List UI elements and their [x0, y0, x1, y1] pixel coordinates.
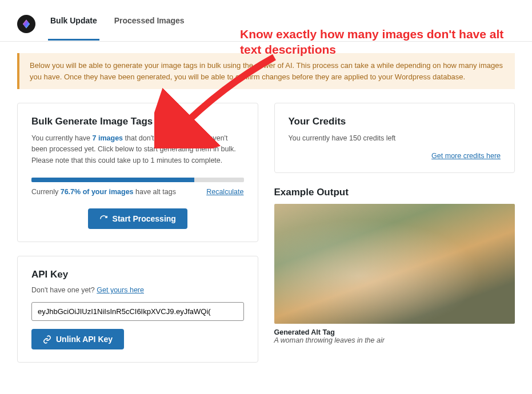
page-content: Below you will be able to generate your …	[0, 42, 532, 363]
api-key-card: API Key Don't have one yet? Get yours he…	[17, 256, 258, 363]
logo-icon	[21, 19, 31, 29]
app-logo	[17, 15, 35, 33]
progress-bar	[31, 178, 244, 182]
example-output-section: Example Output Generated Alt Tag A woman…	[274, 187, 515, 344]
bulk-image-count: 7 images	[93, 134, 123, 142]
tab-bulk-update[interactable]: Bulk Update	[48, 16, 99, 41]
refresh-icon	[99, 215, 108, 223]
progress-post: have alt tags	[134, 188, 176, 196]
annotation-text: Know exactly how many images don't have …	[240, 26, 514, 58]
bulk-desc-pre: You currently have	[31, 134, 93, 142]
api-key-sub-pre: Don't have one yet?	[31, 286, 97, 294]
get-yours-link[interactable]: Get yours here	[97, 286, 144, 294]
bulk-title: Bulk Generate Image Tags	[31, 116, 244, 127]
unlink-api-key-label: Unlink API Key	[56, 335, 113, 344]
unlink-api-key-button[interactable]: Unlink API Key	[31, 329, 124, 349]
tab-bar: Bulk Update Processed Images	[48, 16, 187, 41]
credits-card: Your Credits You currently have 150 cred…	[274, 103, 515, 173]
get-more-credits-link[interactable]: Get more credits here	[431, 152, 501, 160]
progress-pct: 76.7% of your images	[61, 188, 134, 196]
progress-fill	[31, 178, 194, 182]
api-key-subtext: Don't have one yet? Get yours here	[31, 286, 244, 294]
credits-title: Your Credits	[289, 116, 501, 127]
progress-pre: Currenly	[31, 188, 61, 196]
tab-processed-images[interactable]: Processed Images	[112, 16, 187, 41]
bulk-generate-card: Bulk Generate Image Tags You currently h…	[17, 103, 258, 242]
api-key-title: API Key	[31, 269, 244, 280]
example-image	[274, 204, 515, 324]
progress-text: Currenly 76.7% of your images have alt t…	[31, 188, 176, 196]
api-key-input[interactable]	[31, 302, 244, 321]
info-notice: Below you will be able to generate your …	[17, 53, 515, 89]
bulk-description: You currently have 7 images that don't h…	[31, 133, 244, 166]
start-processing-button[interactable]: Start Processing	[88, 208, 187, 229]
start-processing-label: Start Processing	[113, 214, 176, 223]
recalculate-link[interactable]: Recalculate	[206, 188, 243, 196]
credits-desc: You currently have 150 credits left	[289, 133, 501, 144]
link-icon	[43, 335, 51, 344]
example-title: Example Output	[274, 187, 515, 198]
generated-alt-tag-caption: A woman throwing leaves in the air	[274, 336, 515, 344]
generated-alt-tag-label: Generated Alt Tag	[274, 328, 515, 336]
